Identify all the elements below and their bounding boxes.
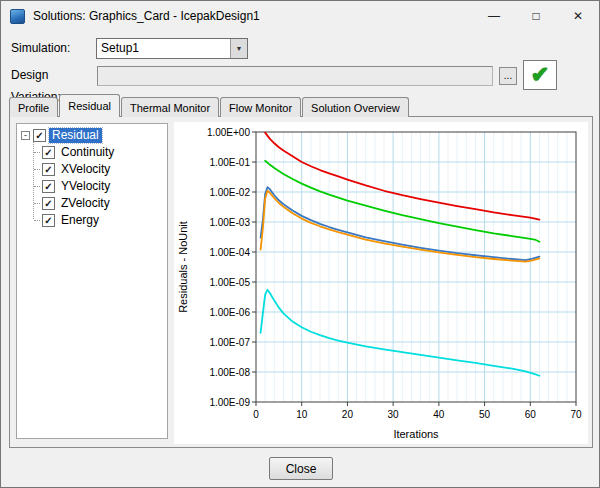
tab-flow-monitor[interactable]: Flow Monitor — [220, 97, 301, 117]
checkbox-check-icon: ✓ — [44, 181, 52, 192]
checkbox-check-icon: ✓ — [35, 130, 43, 141]
yvelocity-checkbox[interactable]: ✓ — [42, 180, 55, 193]
accept-button[interactable]: ✔ — [523, 60, 557, 90]
residual-chart: 0102030405060701.00E+001.00E-011.00E-021… — [174, 122, 588, 444]
tab-thermal-monitor[interactable]: Thermal Monitor — [121, 97, 219, 117]
svg-text:Residuals - NoUnit: Residuals - NoUnit — [177, 221, 189, 313]
svg-text:1.00E+00: 1.00E+00 — [207, 127, 251, 138]
tree-item-zvelocity[interactable]: ZVelocity — [58, 196, 113, 211]
tree-row-zvelocity: ✓ ZVelocity — [29, 195, 167, 212]
check-icon: ✔ — [531, 64, 549, 86]
checkbox-check-icon: ✓ — [44, 147, 52, 158]
tab-solution-overview[interactable]: Solution Overview — [302, 97, 409, 117]
close-button[interactable]: Close — [269, 457, 333, 480]
simulation-label: Simulation: — [11, 38, 91, 59]
svg-text:1.00E-06: 1.00E-06 — [209, 307, 250, 318]
tree-row-continuity: ✓ Continuity — [29, 144, 167, 161]
svg-text:60: 60 — [525, 409, 537, 420]
tree-item-yvelocity[interactable]: YVelocity — [58, 179, 113, 194]
chevron-down-icon[interactable]: ▼ — [230, 39, 247, 58]
solutions-window: Solutions: Graphics_Card - IcepakDesign1… — [0, 0, 600, 488]
tree-children: ✓ Continuity ✓ XVelocity ✓ YVelocity ✓ Z… — [29, 144, 167, 229]
checkbox-check-icon: ✓ — [44, 164, 52, 175]
collapse-icon[interactable]: - — [21, 131, 30, 140]
zvelocity-checkbox[interactable]: ✓ — [42, 197, 55, 210]
tree-row-xvelocity: ✓ XVelocity — [29, 161, 167, 178]
svg-text:1.00E-05: 1.00E-05 — [209, 277, 250, 288]
svg-text:1.00E-01: 1.00E-01 — [209, 157, 250, 168]
checkbox-check-icon: ✓ — [44, 198, 52, 209]
svg-text:70: 70 — [570, 409, 582, 420]
energy-checkbox[interactable]: ✓ — [42, 214, 55, 227]
tree-item-continuity[interactable]: Continuity — [58, 145, 117, 160]
tree-row-residual: - ✓ Residual — [17, 127, 167, 144]
simulation-value: Setup1 — [97, 39, 230, 58]
content-panel: - ✓ Residual ✓ Continuity ✓ XVelocity ✓ … — [9, 116, 593, 448]
window-controls: — □ ✕ — [473, 1, 599, 31]
tree-item-xvelocity[interactable]: XVelocity — [58, 162, 113, 177]
svg-text:0: 0 — [253, 409, 259, 420]
tab-profile[interactable]: Profile — [9, 97, 58, 117]
svg-text:1.00E-04: 1.00E-04 — [209, 247, 250, 258]
design-variation-row: Design Variation: ... ✔ — [11, 64, 591, 90]
checkbox-check-icon: ✓ — [44, 215, 52, 226]
svg-text:50: 50 — [479, 409, 491, 420]
maximize-button[interactable]: □ — [515, 1, 557, 31]
tree-row-yvelocity: ✓ YVelocity — [29, 178, 167, 195]
svg-text:1.00E-09: 1.00E-09 — [209, 397, 250, 408]
svg-text:20: 20 — [342, 409, 354, 420]
svg-text:1.00E-08: 1.00E-08 — [209, 367, 250, 378]
tree-item-residual[interactable]: Residual — [49, 128, 102, 143]
svg-text:1.00E-07: 1.00E-07 — [209, 337, 250, 348]
tab-residual[interactable]: Residual — [59, 94, 120, 117]
svg-text:1.00E-02: 1.00E-02 — [209, 187, 250, 198]
svg-text:10: 10 — [296, 409, 308, 420]
svg-text:Iterations: Iterations — [393, 428, 439, 440]
tab-bar: Profile Residual Thermal Monitor Flow Mo… — [9, 94, 410, 117]
minimize-button[interactable]: — — [473, 1, 515, 31]
browse-button[interactable]: ... — [499, 67, 517, 85]
tree-row-energy: ✓ Energy — [29, 212, 167, 229]
app-icon — [10, 9, 25, 24]
tree-item-energy[interactable]: Energy — [58, 213, 102, 228]
close-window-button[interactable]: ✕ — [557, 1, 599, 31]
residual-checkbox[interactable]: ✓ — [33, 129, 46, 142]
svg-text:30: 30 — [388, 409, 400, 420]
svg-text:40: 40 — [433, 409, 445, 420]
window-title: Solutions: Graphics_Card - IcepakDesign1 — [33, 9, 260, 23]
titlebar: Solutions: Graphics_Card - IcepakDesign1… — [1, 1, 599, 31]
svg-text:1.00E-03: 1.00E-03 — [209, 217, 250, 228]
residual-tree: - ✓ Residual ✓ Continuity ✓ XVelocity ✓ … — [16, 123, 168, 439]
continuity-checkbox[interactable]: ✓ — [42, 146, 55, 159]
design-variation-field[interactable] — [97, 66, 493, 86]
simulation-row: Simulation: Setup1 ▼ — [11, 38, 591, 59]
simulation-combobox[interactable]: Setup1 ▼ — [96, 38, 248, 59]
xvelocity-checkbox[interactable]: ✓ — [42, 163, 55, 176]
chart-panel: 0102030405060701.00E+001.00E-011.00E-021… — [174, 122, 588, 444]
